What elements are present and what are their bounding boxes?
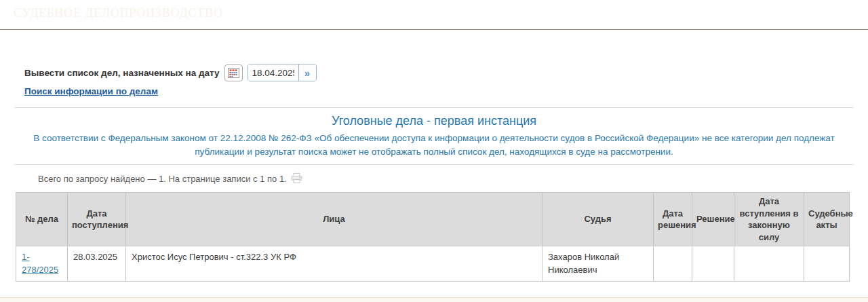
print-button[interactable] xyxy=(291,173,302,183)
calendar-icon xyxy=(228,67,239,78)
calendar-button[interactable] xyxy=(224,64,243,81)
cell-persons: Христос Исус Петрович - ст.322.3 УК РФ xyxy=(126,246,542,281)
cell-judge: Захаров Николай Николаевич xyxy=(542,246,654,281)
col-header-judge: Судья xyxy=(542,193,654,246)
app-header-bar: СУДЕБНОЕ ДЕЛОПРОИЗВОДСТВО xyxy=(0,0,868,30)
cell-judicial-acts xyxy=(804,246,850,281)
case-info-search-link[interactable]: Поиск информации по делам xyxy=(24,86,158,96)
printer-icon xyxy=(291,173,302,183)
table-row: 1-278/2025 28.03.2025 Христос Исус Петро… xyxy=(16,246,850,281)
col-header-persons: Лица xyxy=(126,193,542,246)
col-header-judicial-acts: Судебные акты xyxy=(804,193,850,246)
col-header-date-received: Дата поступления xyxy=(68,193,126,246)
case-number-link[interactable]: 1-278/2025 xyxy=(22,252,58,274)
cell-date-received: 28.03.2025 xyxy=(68,246,126,281)
date-filter-label: Вывести список дел, назначенных на дату xyxy=(24,68,220,78)
legal-disclaimer: В соответствии с Федеральным законом от … xyxy=(21,132,847,158)
col-header-case-number: № дела xyxy=(16,193,68,246)
go-button[interactable]: » xyxy=(298,64,316,81)
results-summary-row: Всего по запросу найдено — 1. На страниц… xyxy=(38,174,868,184)
col-header-decision-date: Дата решения xyxy=(654,193,692,246)
date-input[interactable] xyxy=(248,64,298,81)
cell-effective-date xyxy=(734,246,804,281)
cell-decision-date xyxy=(654,246,692,281)
date-filter-row: Вывести список дел, назначенных на дату … xyxy=(24,64,868,81)
cases-table: № дела Дата поступления Лица Судья Дата … xyxy=(16,192,850,282)
divider xyxy=(14,164,854,165)
page-title: СУДЕБНОЕ ДЕЛОПРОИЗВОДСТВО xyxy=(14,6,223,20)
col-header-effective-date: Дата вступления в законную силу xyxy=(734,193,804,246)
cell-decision xyxy=(692,246,734,281)
col-header-decision: Решение xyxy=(692,193,734,246)
section-title: Уголовные дела - первая инстанция xyxy=(0,114,868,128)
results-summary: Всего по запросу найдено — 1. На страниц… xyxy=(38,174,287,184)
divider xyxy=(14,107,854,108)
table-header-row: № дела Дата поступления Лица Судья Дата … xyxy=(16,193,850,246)
search-link-row: Поиск информации по делам xyxy=(24,85,868,97)
footer-strip xyxy=(0,297,868,302)
cell-case-number: 1-278/2025 xyxy=(16,246,68,281)
date-input-group: » xyxy=(248,64,317,81)
